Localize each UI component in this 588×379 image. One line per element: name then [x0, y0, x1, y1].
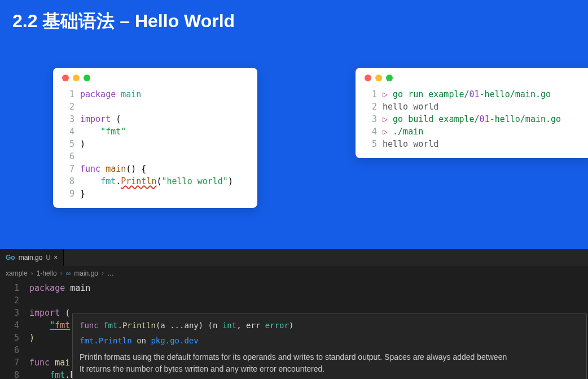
tab-modified-indicator: U [46, 251, 50, 264]
tooltip-doc-link[interactable]: fmt.Println on pkg.go.dev [80, 335, 580, 347]
breadcrumb-seg: xample [6, 267, 28, 280]
zoom-icon[interactable] [84, 75, 90, 81]
breadcrumb[interactable]: xample › 1-hello › ∞ main.go › … [0, 266, 588, 281]
tooltip-signature: func fmt.Println(a ...any) (n int, err e… [80, 320, 580, 332]
slide-area: 2.2 基础语法 – Hello World 1package main 2 3… [0, 0, 588, 249]
hover-tooltip[interactable]: func fmt.Println(a ...any) (n int, err e… [72, 313, 587, 379]
breadcrumb-more: … [107, 267, 114, 280]
close-icon[interactable] [62, 75, 69, 81]
chevron-right-icon: › [31, 267, 33, 280]
underlined-call: Println [121, 175, 156, 188]
go-file-icon: Go [6, 251, 15, 264]
breadcrumb-seg: main.go [74, 267, 98, 280]
editor-body[interactable]: 1package main 2 3import ( 4 "fmt 5) 6 7f… [0, 281, 588, 379]
chevron-right-icon: › [60, 267, 63, 280]
code-window-terminal: 1▷ go run example/01-hello/main.go 2hell… [356, 68, 588, 158]
close-icon[interactable] [365, 75, 371, 81]
window-traffic-lights [365, 75, 583, 81]
minimize-icon[interactable] [73, 75, 80, 81]
code-window-source: 1package main 2 3import ( 4 "fmt" 5) 6 7… [53, 68, 257, 208]
slide-title: 2.2 基础语法 – Hello World [0, 0, 588, 43]
code-block: 1package main 2 3import ( 4 "fmt" 5) 6 7… [62, 88, 248, 200]
tab-close-icon[interactable]: × [54, 251, 58, 264]
breadcrumb-seg: 1-hello [37, 267, 57, 280]
vscode-editor: Go main.go U × xample › 1-hello › ∞ main… [0, 249, 588, 379]
zoom-icon[interactable] [386, 75, 393, 81]
go-symbol-icon: ∞ [66, 267, 71, 280]
tab-filename: main.go [19, 251, 43, 264]
editor-tabbar: Go main.go U × [0, 249, 588, 266]
window-traffic-lights [62, 75, 248, 81]
minimize-icon[interactable] [375, 75, 382, 81]
chevron-right-icon: › [102, 267, 104, 280]
tab-main-go[interactable]: Go main.go U × [0, 249, 64, 266]
tooltip-description: Println formats using the default format… [80, 351, 580, 375]
terminal-block: 1▷ go run example/01-hello/main.go 2hell… [365, 88, 583, 150]
